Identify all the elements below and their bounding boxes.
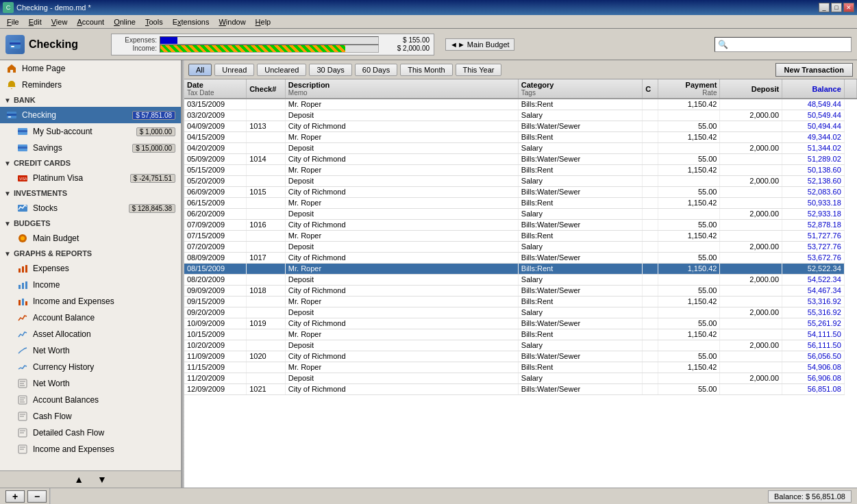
table-row[interactable]: 09/20/2009 Deposit Salary 2,000.00 55,31… xyxy=(184,307,857,318)
sidebar-scroll-up[interactable]: ▲ xyxy=(74,474,84,485)
cell-balance: 48,549.44 xyxy=(782,99,845,110)
sidebar-item-subaccount[interactable]: My Sub-account $ 1,000.00 xyxy=(0,123,181,140)
close-button[interactable]: ✕ xyxy=(843,3,854,12)
sidebar-item-homepage[interactable]: Home Page xyxy=(0,60,181,77)
sidebar-section-budgets[interactable]: ▼ BUDGETS xyxy=(0,216,181,230)
maximize-button[interactable]: □ xyxy=(831,3,842,12)
cell-c xyxy=(643,307,658,318)
sidebar-item-currency-history[interactable]: Currency History xyxy=(0,359,181,375)
search-input[interactable] xyxy=(731,40,848,49)
table-row[interactable]: 05/09/2009 1014 City of Richmond Bills:W… xyxy=(184,153,857,164)
menu-view[interactable]: View xyxy=(47,16,72,27)
sidebar-item-reminders[interactable]: Reminders xyxy=(0,77,181,93)
sidebar-section-bank[interactable]: ▼ BANK xyxy=(0,93,181,107)
table-row[interactable]: 12/09/2009 1021 City of Richmond Bills:W… xyxy=(184,383,857,394)
filter-all[interactable]: All xyxy=(188,64,212,76)
table-row[interactable]: 08/09/2009 1017 City of Richmond Bills:W… xyxy=(184,252,857,263)
sidebar-item-visa[interactable]: VISA Platinum Visa $ -24,751.51 xyxy=(0,170,181,186)
table-row[interactable]: 04/15/2009 Mr. Roper Bills:Rent 1,150.42… xyxy=(184,131,857,142)
filter-uncleared[interactable]: Uncleared xyxy=(257,64,306,76)
sidebar-item-account-balances[interactable]: Account Balances xyxy=(0,392,181,408)
sidebar-item-income-expenses-report[interactable]: Income and Expenses xyxy=(0,441,181,457)
table-row[interactable]: 05/15/2009 Mr. Roper Bills:Rent 1,150.42… xyxy=(184,164,857,175)
table-row[interactable]: 06/09/2009 1015 City of Richmond Bills:W… xyxy=(184,186,857,197)
table-row[interactable]: 08/20/2009 Deposit Salary 2,000.00 54,52… xyxy=(184,274,857,285)
table-row[interactable]: 07/20/2009 Deposit Salary 2,000.00 53,72… xyxy=(184,241,857,252)
sidebar-item-income[interactable]: Income xyxy=(0,277,181,293)
menu-extensions[interactable]: Extensions xyxy=(169,16,214,27)
table-row[interactable]: 08/15/2009 Mr. Roper Bills:Rent 1,150.42… xyxy=(184,263,857,274)
cc-collapse-icon: ▼ xyxy=(4,160,11,167)
table-row[interactable]: 06/20/2009 Deposit Salary 2,000.00 52,93… xyxy=(184,208,857,219)
table-row[interactable]: 10/15/2009 Mr. Roper Bills:Rent 1,150.42… xyxy=(184,329,857,340)
cell-category: Salary xyxy=(518,142,642,153)
filter-60days[interactable]: 60 Days xyxy=(355,64,397,76)
sidebar-item-stocks[interactable]: Stocks $ 128,845.38 xyxy=(0,200,181,216)
subaccount-label: My Sub-account xyxy=(33,127,92,136)
sidebar-item-detailed-cash-flow[interactable]: Detailed Cash Flow xyxy=(0,425,181,441)
title-bar-buttons[interactable]: _ □ ✕ xyxy=(819,3,854,12)
cell-c xyxy=(643,296,658,307)
transactions-table-container[interactable]: Date Tax Date Check# Description Memo Ca… xyxy=(184,79,857,488)
table-row[interactable]: 04/09/2009 1013 City of Richmond Bills:W… xyxy=(184,121,857,131)
budget-name-button[interactable]: ◄► Main Budget xyxy=(445,38,514,51)
table-row[interactable]: 05/20/2009 Deposit Salary 2,000.00 52,13… xyxy=(184,175,857,186)
menu-edit[interactable]: Edit xyxy=(25,16,46,27)
cell-deposit xyxy=(720,296,782,307)
add-button[interactable]: + xyxy=(5,490,25,503)
menu-file[interactable]: File xyxy=(3,16,23,27)
sidebar-item-savings[interactable]: Savings $ 15,000.00 xyxy=(0,140,181,156)
table-row[interactable]: 04/20/2009 Deposit Salary 2,000.00 51,34… xyxy=(184,142,857,153)
filter-30days[interactable]: 30 Days xyxy=(309,64,351,76)
sidebar-item-mainbudget[interactable]: Main Budget xyxy=(0,230,181,247)
menu-online[interactable]: Online xyxy=(110,16,140,27)
table-row[interactable]: 10/20/2009 Deposit Salary 2,000.00 56,11… xyxy=(184,340,857,351)
table-row[interactable]: 11/09/2009 1020 City of Richmond Bills:W… xyxy=(184,351,857,362)
search-box[interactable]: 🔍 xyxy=(715,37,852,52)
menu-tools[interactable]: Tools xyxy=(141,16,167,27)
table-row[interactable]: 07/15/2009 Mr. Roper Bills:Rent 1,150.42… xyxy=(184,230,857,241)
table-row[interactable]: 03/20/2009 Deposit Salary 2,000.00 50,54… xyxy=(184,110,857,121)
cell-category: Bills:Water/Sewer xyxy=(518,153,642,164)
sidebar-scroll-down[interactable]: ▼ xyxy=(97,474,107,485)
sidebar-item-cash-flow[interactable]: Cash Flow xyxy=(0,408,181,425)
minimize-button[interactable]: _ xyxy=(819,3,830,12)
new-transaction-button[interactable]: New Transaction xyxy=(775,63,853,77)
sidebar-item-net-worth-graph[interactable]: Net Worth xyxy=(0,342,181,359)
sidebar-item-asset-allocation[interactable]: Asset Allocation xyxy=(0,326,181,342)
sidebar-item-account-balance[interactable]: Account Balance xyxy=(0,310,181,326)
menu-help[interactable]: Help xyxy=(251,16,275,27)
table-row[interactable]: 07/09/2009 1016 City of Richmond Bills:W… xyxy=(184,219,857,230)
table-row[interactable]: 11/15/2009 Mr. Roper Bills:Rent 1,150.42… xyxy=(184,362,857,373)
th-scrollbar-spacer xyxy=(844,79,856,99)
sidebar-section-creditcards[interactable]: ▼ CREDIT CARDS xyxy=(0,156,181,170)
cell-description: City of Richmond xyxy=(285,351,518,362)
cell-deposit xyxy=(720,131,782,142)
sidebar-item-checking[interactable]: Checking $ 57,851.08 xyxy=(0,107,181,123)
sidebar-section-reports[interactable]: ▼ GRAPHS & REPORTS xyxy=(0,247,181,260)
menu-window[interactable]: Window xyxy=(214,16,249,27)
cell-check: 1014 xyxy=(247,153,286,164)
sidebar-section-investments[interactable]: ▼ INVESTMENTS xyxy=(0,186,181,200)
table-row[interactable]: 09/09/2009 1018 City of Richmond Bills:W… xyxy=(184,285,857,296)
cell-balance: 50,138.60 xyxy=(782,164,845,175)
sidebar-item-expenses[interactable]: Expenses xyxy=(0,260,181,277)
sidebar-item-income-expenses[interactable]: Income and Expenses xyxy=(0,293,181,310)
filter-unread[interactable]: Unread xyxy=(214,64,254,76)
table-row[interactable]: 11/20/2009 Deposit Salary 2,000.00 56,90… xyxy=(184,373,857,383)
filter-thismonth[interactable]: This Month xyxy=(400,64,452,76)
cell-payment xyxy=(658,241,720,252)
sidebar-item-net-worth-report[interactable]: Net Worth xyxy=(0,375,181,392)
cell-c xyxy=(643,340,658,351)
budgets-label: BUDGETS xyxy=(14,219,51,227)
table-row[interactable]: 03/15/2009 Mr. Roper Bills:Rent 1,150.42… xyxy=(184,99,857,110)
table-row[interactable]: 06/15/2009 Mr. Roper Bills:Rent 1,150.42… xyxy=(184,197,857,208)
table-row[interactable]: 10/09/2009 1019 City of Richmond Bills:W… xyxy=(184,318,857,329)
menu-account[interactable]: Account xyxy=(73,16,108,27)
cell-balance: 54,906.08 xyxy=(782,362,845,373)
table-row[interactable]: 09/15/2009 Mr. Roper Bills:Rent 1,150.42… xyxy=(184,296,857,307)
remove-button[interactable]: − xyxy=(27,490,47,503)
svg-rect-5 xyxy=(8,116,11,118)
budget-icon xyxy=(16,232,29,244)
filter-thisyear[interactable]: This Year xyxy=(456,64,502,76)
